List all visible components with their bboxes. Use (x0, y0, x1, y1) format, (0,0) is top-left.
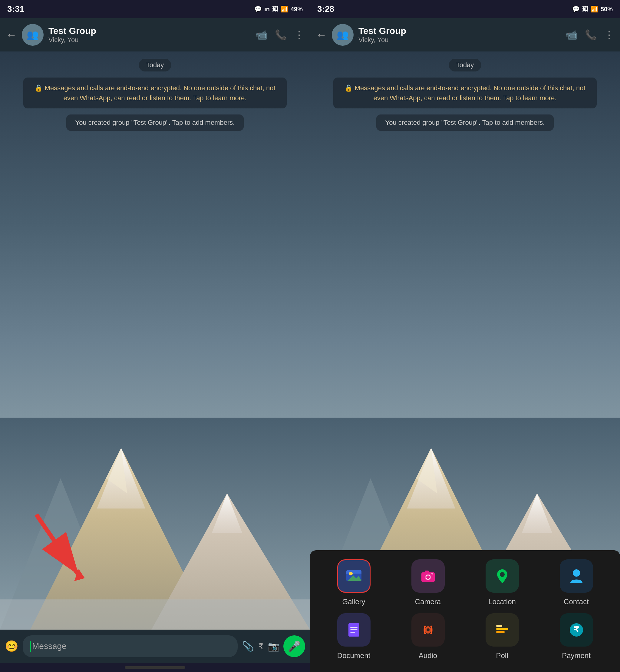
left-time: 3:31 (7, 4, 24, 14)
svg-rect-36 (496, 631, 505, 633)
location-icon-wrap (485, 559, 519, 593)
document-item[interactable]: Document (319, 613, 389, 660)
location-label: Location (488, 597, 516, 606)
left-phone-panel: 3:31 💬 in 🖼 📶 49% ← 👥 Test Group Vicky, … (0, 0, 310, 672)
document-icon-wrap (337, 613, 370, 646)
audio-icon-wrap (411, 613, 445, 646)
gallery-label: Gallery (342, 597, 365, 606)
svg-point-28 (573, 569, 580, 577)
left-status-icons: 💬 in 🖼 📶 49% (254, 5, 303, 13)
contact-item[interactable]: Contact (541, 559, 611, 606)
right-back-button[interactable]: ← (316, 29, 327, 41)
left-chat-info: Test Group Vicky, You (48, 26, 251, 44)
left-date-badge: Today (139, 59, 171, 71)
left-status-bar: 3:31 💬 in 🖼 📶 49% (0, 0, 310, 18)
left-nav-indicator (125, 666, 185, 669)
camera-item[interactable]: Camera (393, 559, 463, 606)
left-bottom-bar (0, 663, 310, 672)
photo-icon: 🖼 (272, 6, 278, 13)
left-menu-icon[interactable]: ⋮ (294, 29, 304, 41)
svg-text:₹: ₹ (574, 625, 579, 634)
document-label: Document (337, 652, 370, 660)
svg-point-27 (500, 572, 505, 577)
left-group-avatar: 👥 (22, 24, 44, 46)
audio-label: Audio (419, 652, 437, 660)
poll-icon (493, 621, 511, 639)
left-input-placeholder: Message (32, 641, 67, 651)
linkedin-icon: in (264, 6, 270, 13)
attachment-menu: Gallery Camera (310, 550, 620, 672)
left-emoji-button[interactable]: 😊 (5, 640, 18, 653)
right-phone-panel: 3:28 💬 🖼 📶 50% ← 👥 Test Group Vicky, You… (310, 0, 620, 672)
audio-item[interactable]: Audio (393, 613, 463, 660)
left-mic-button[interactable]: 🎤 (283, 635, 305, 657)
right-battery: 50% (601, 6, 613, 13)
left-group-subtitle: Vicky, You (48, 36, 251, 44)
payment-label: Payment (562, 652, 590, 660)
gallery-icon-wrap (337, 559, 370, 593)
right-chat-background: Today 🔒 Messages and calls are end-to-en… (310, 51, 620, 630)
payment-icon-wrap: ₹ (560, 613, 593, 646)
left-call-icon[interactable]: 📞 (275, 29, 287, 41)
poll-icon-wrap (485, 613, 519, 646)
left-cursor (30, 641, 31, 652)
left-header-icons: 📹 📞 ⋮ (256, 29, 304, 41)
right-chat-info: Test Group Vicky, You (358, 26, 561, 44)
right-status-icons: 💬 🖼 📶 50% (572, 5, 613, 13)
svg-rect-31 (350, 629, 358, 630)
right-group-created-msg: You created group "Test Group". Tap to a… (376, 114, 554, 131)
camera-label: Camera (415, 597, 441, 606)
payment-icon: ₹ (567, 621, 585, 639)
svg-point-24 (426, 575, 430, 579)
right-chat-header: ← 👥 Test Group Vicky, You 📹 📞 ⋮ (310, 18, 620, 51)
left-group-name: Test Group (48, 26, 251, 36)
left-group-created-msg: You created group "Test Group". Tap to a… (66, 114, 244, 131)
whatsapp-icon: 💬 (254, 5, 262, 13)
location-item[interactable]: Location (467, 559, 537, 606)
right-status-bar: 3:28 💬 🖼 📶 50% (310, 0, 620, 18)
poll-item[interactable]: Poll (467, 613, 537, 660)
right-call-icon[interactable]: 📞 (585, 29, 597, 41)
svg-point-20 (349, 572, 353, 575)
payment-item[interactable]: ₹ Payment (541, 613, 611, 660)
svg-rect-32 (350, 632, 355, 633)
signal-icon: 📶 (280, 5, 288, 13)
contact-icon (567, 567, 585, 585)
right-menu-icon[interactable]: ⋮ (604, 29, 614, 41)
svg-rect-35 (496, 628, 508, 630)
right-group-avatar: 👥 (332, 24, 354, 46)
left-back-button[interactable]: ← (6, 29, 17, 41)
svg-point-34 (426, 628, 429, 631)
left-message-input[interactable]: Message (23, 635, 238, 657)
right-time: 3:28 (317, 4, 334, 14)
right-video-icon[interactable]: 📹 (566, 29, 578, 41)
attach-grid: Gallery Camera (319, 559, 611, 660)
left-input-bar: 😊 Message 📎 ₹ 📷 🎤 (0, 630, 310, 663)
left-rupee-button[interactable]: ₹ (258, 641, 264, 652)
gallery-item[interactable]: Gallery (319, 559, 389, 606)
left-mic-icon: 🎤 (288, 640, 301, 652)
camera-icon (419, 567, 437, 585)
svg-rect-30 (350, 627, 358, 628)
svg-point-26 (431, 573, 433, 574)
contact-label: Contact (564, 597, 589, 606)
right-chat-content: Today 🔒 Messages and calls are end-to-en… (310, 51, 620, 630)
location-icon (493, 567, 511, 585)
audio-icon (419, 621, 437, 639)
right-encryption-msg: 🔒 Messages and calls are end-to-end encr… (333, 78, 597, 108)
svg-rect-37 (496, 625, 502, 627)
left-camera-button[interactable]: 📷 (268, 641, 279, 652)
right-photo-icon: 🖼 (582, 6, 588, 13)
left-video-icon[interactable]: 📹 (256, 29, 268, 41)
right-header-icons: 📹 📞 ⋮ (566, 29, 614, 41)
right-group-name: Test Group (358, 26, 561, 36)
left-attach-button[interactable]: 📎 (242, 640, 254, 652)
left-chat-background: Today 🔒 Messages and calls are end-to-en… (0, 51, 310, 630)
contact-icon-wrap (560, 559, 593, 593)
left-encryption-msg: 🔒 Messages and calls are end-to-end encr… (23, 78, 287, 108)
document-icon (345, 621, 363, 639)
right-signal-icon: 📶 (590, 5, 598, 13)
right-whatsapp-icon: 💬 (572, 5, 580, 13)
gallery-icon (345, 567, 363, 585)
camera-icon-wrap (411, 559, 445, 593)
